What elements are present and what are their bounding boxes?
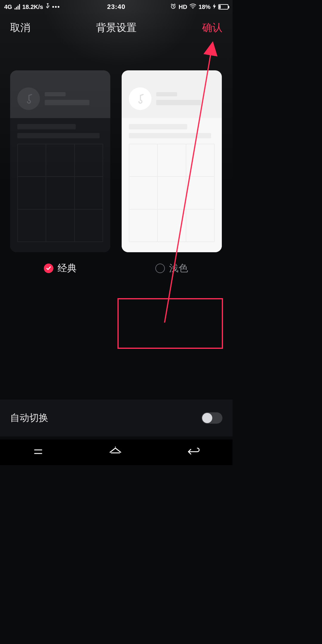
page-title: 背景设置 bbox=[96, 21, 137, 35]
music-note-icon bbox=[17, 87, 40, 110]
theme-options: 经典 浅色 bbox=[0, 35, 233, 275]
radio-unchecked-icon bbox=[155, 264, 165, 273]
confirm-button[interactable]: 确认 bbox=[202, 21, 222, 35]
home-button[interactable] bbox=[109, 446, 122, 459]
auto-switch-label: 自动切换 bbox=[10, 411, 48, 425]
cancel-button[interactable]: 取消 bbox=[10, 21, 30, 35]
checkmark-icon bbox=[44, 264, 53, 273]
auto-switch-toggle[interactable] bbox=[202, 412, 222, 424]
wifi-icon bbox=[190, 4, 196, 10]
music-note-icon bbox=[129, 87, 151, 110]
status-bar: 4G 18.2K/s ••• 23:40 HD 18% bbox=[0, 0, 233, 14]
battery-pct: 18% bbox=[199, 4, 210, 10]
data-speed: 18.2K/s bbox=[22, 4, 43, 10]
battery-icon bbox=[218, 4, 228, 10]
alarm-icon bbox=[170, 3, 176, 11]
theme-label-light-text: 浅色 bbox=[169, 262, 188, 275]
annotation-rectangle bbox=[117, 298, 223, 349]
theme-label-classic-text: 经典 bbox=[58, 262, 77, 275]
system-nav-bar bbox=[0, 439, 233, 465]
theme-preview-light bbox=[122, 70, 222, 252]
theme-label-light: 浅色 bbox=[122, 262, 222, 275]
hd-label: HD bbox=[179, 4, 187, 10]
charging-icon bbox=[213, 4, 216, 10]
signal-icon bbox=[15, 4, 20, 10]
theme-preview-classic bbox=[10, 70, 110, 252]
app-header: 取消 背景设置 确认 bbox=[0, 14, 233, 35]
auto-switch-row: 自动切换 bbox=[0, 400, 233, 436]
theme-label-classic: 经典 bbox=[10, 262, 110, 275]
network-type: 4G bbox=[4, 4, 12, 10]
svg-point-1 bbox=[192, 7, 193, 8]
more-dots-icon: ••• bbox=[52, 4, 60, 10]
clock: 23:40 bbox=[107, 3, 125, 11]
theme-option-classic[interactable]: 经典 bbox=[10, 70, 110, 275]
recent-apps-button[interactable] bbox=[32, 446, 44, 459]
theme-option-light[interactable]: 浅色 bbox=[122, 70, 222, 275]
back-button[interactable] bbox=[187, 446, 200, 459]
usb-icon bbox=[46, 3, 50, 11]
